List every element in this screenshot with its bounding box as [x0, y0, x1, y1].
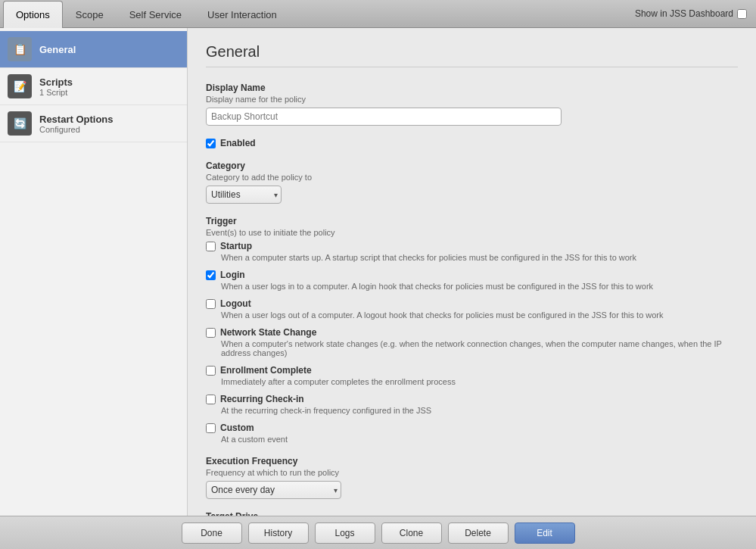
- trigger-logout-name: Logout: [220, 298, 251, 309]
- jss-dashboard-area: Show in JSS Dashboard: [635, 0, 756, 27]
- history-button[interactable]: History: [248, 522, 309, 544]
- sidebar: 📋 General 📝 Scripts 1 Script 🔄 Restart O…: [0, 28, 188, 516]
- trigger-enrollment-name: Enrollment Complete: [220, 365, 312, 376]
- display-name-desc: Display name for the policy: [206, 95, 738, 104]
- trigger-login-desc: When a user logs in to a computer. A log…: [221, 282, 738, 291]
- trigger-recurring-checkbox[interactable]: [206, 395, 216, 404]
- category-desc: Category to add the policy to: [206, 173, 738, 182]
- execution-frequency-label: Execution Frequency: [206, 456, 738, 466]
- enabled-section: Enabled: [206, 138, 738, 148]
- main-layout: 📋 General 📝 Scripts 1 Script 🔄 Restart O…: [0, 28, 756, 516]
- trigger-logout-desc: When a user logs out of a computer. A lo…: [221, 310, 738, 320]
- trigger-recurring-check-in: Recurring Check-in At the recurring chec…: [206, 394, 738, 415]
- clone-button[interactable]: Clone: [381, 522, 442, 544]
- trigger-network-state-change: Network State Change When a computer's n…: [206, 327, 738, 357]
- trigger-label: Trigger: [206, 216, 738, 226]
- enabled-checkbox[interactable]: [206, 139, 216, 148]
- done-button[interactable]: Done: [182, 522, 242, 544]
- jss-dashboard-label: Show in JSS Dashboard: [635, 8, 733, 19]
- sidebar-item-scripts[interactable]: 📝 Scripts 1 Script: [0, 68, 187, 105]
- restart-options-icon: 🔄: [8, 111, 32, 136]
- trigger-logout: Logout When a user logs out of a compute…: [206, 298, 738, 320]
- sidebar-scripts-title: Scripts: [39, 76, 73, 88]
- tab-scope[interactable]: Scope: [63, 1, 117, 28]
- trigger-enrollment-complete: Enrollment Complete Immediately after a …: [206, 365, 738, 386]
- trigger-enrollment-checkbox[interactable]: [206, 366, 216, 376]
- page-title: General: [206, 43, 738, 67]
- display-name-label: Display Name: [206, 83, 738, 93]
- trigger-login-name: Login: [220, 270, 245, 280]
- trigger-custom-desc: At a custom event: [221, 435, 738, 444]
- trigger-custom-checkbox[interactable]: [206, 423, 216, 433]
- category-section: Category Category to add the policy to U…: [206, 161, 738, 204]
- trigger-login-checkbox[interactable]: [206, 270, 216, 280]
- trigger-custom-name: Custom: [220, 423, 254, 433]
- general-icon: 📋: [8, 37, 32, 61]
- logs-button[interactable]: Logs: [315, 522, 375, 544]
- jss-dashboard-checkbox[interactable]: [737, 9, 747, 19]
- tab-user-interaction[interactable]: User Interaction: [194, 1, 290, 28]
- execution-frequency-section: Execution Frequency Frequency at which t…: [206, 456, 738, 499]
- trigger-startup: Startup When a computer starts up. A sta…: [206, 241, 738, 262]
- edit-button[interactable]: Edit: [515, 522, 575, 544]
- sidebar-general-title: General: [39, 44, 76, 55]
- scripts-icon: 📝: [8, 74, 32, 98]
- sidebar-restart-title: Restart Options: [39, 114, 114, 125]
- execution-frequency-select-wrapper: Once every day Once per computer Once pe…: [206, 481, 341, 499]
- trigger-desc: Event(s) to use to initiate the policy: [206, 228, 738, 237]
- tab-options[interactable]: Options: [3, 1, 63, 28]
- trigger-recurring-name: Recurring Check-in: [220, 394, 304, 404]
- category-label: Category: [206, 161, 738, 171]
- trigger-network-checkbox[interactable]: [206, 328, 216, 338]
- sidebar-item-restart-options[interactable]: 🔄 Restart Options Configured: [0, 105, 187, 142]
- trigger-section: Trigger Event(s) to use to initiate the …: [206, 216, 738, 444]
- category-select-wrapper: Utilities Maintenance Security: [206, 186, 282, 204]
- execution-frequency-desc: Frequency at which to run the policy: [206, 468, 738, 477]
- content-area: General Display Name Display name for th…: [188, 28, 756, 516]
- trigger-recurring-desc: At the recurring check-in frequency conf…: [221, 406, 738, 415]
- trigger-startup-checkbox[interactable]: [206, 242, 216, 251]
- execution-frequency-select[interactable]: Once every day Once per computer Once pe…: [206, 481, 341, 499]
- display-name-section: Display Name Display name for the policy: [206, 83, 738, 126]
- trigger-logout-checkbox[interactable]: [206, 299, 216, 309]
- category-select[interactable]: Utilities Maintenance Security: [206, 186, 282, 204]
- sidebar-scripts-sub: 1 Script: [39, 88, 73, 97]
- trigger-startup-name: Startup: [220, 241, 252, 251]
- delete-button[interactable]: Delete: [448, 522, 509, 544]
- enabled-label: Enabled: [220, 138, 256, 148]
- bottom-bar: Done History Logs Clone Delete Edit: [0, 516, 756, 549]
- trigger-startup-desc: When a computer starts up. A startup scr…: [221, 253, 738, 262]
- tab-bar: Options Scope Self Service User Interact…: [0, 0, 756, 28]
- trigger-network-name: Network State Change: [220, 327, 316, 338]
- trigger-network-desc: When a computer's network state changes …: [221, 339, 738, 357]
- display-name-input[interactable]: [206, 108, 562, 126]
- target-drive-label: Target Drive: [206, 511, 738, 516]
- trigger-custom: Custom At a custom event: [206, 423, 738, 444]
- sidebar-item-general[interactable]: 📋 General: [0, 31, 187, 68]
- target-drive-section: Target Drive The drive on which to run t…: [206, 511, 738, 516]
- sidebar-restart-sub: Configured: [39, 125, 114, 134]
- tab-self-service[interactable]: Self Service: [117, 1, 194, 28]
- trigger-login: Login When a user logs in to a computer.…: [206, 270, 738, 291]
- trigger-enrollment-desc: Immediately after a computer completes t…: [221, 377, 738, 386]
